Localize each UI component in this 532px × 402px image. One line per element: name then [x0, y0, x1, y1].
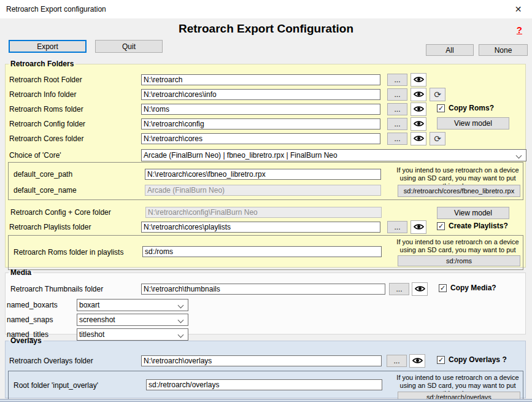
eye-icon	[414, 222, 424, 233]
checkmark-icon: ✓	[437, 104, 445, 112]
none-button[interactable]: None	[479, 44, 528, 56]
root-browse-button[interactable]: ...	[387, 74, 407, 86]
help-link[interactable]: ?	[517, 25, 522, 35]
section-title-media: Media	[9, 268, 33, 277]
view-model-button-2[interactable]: View model	[437, 207, 509, 219]
named-boxarts-value: boxart	[79, 301, 99, 309]
named-boxarts-dropdown[interactable]: boxart	[77, 299, 188, 311]
named-snaps-dropdown[interactable]: screenshot	[77, 314, 188, 326]
info-browse-button[interactable]: ...	[387, 88, 407, 101]
copy-overlays-checkbox[interactable]: ✓ Copy Overlays ?	[437, 355, 507, 364]
default-core-path-label: default_core_path	[13, 170, 72, 179]
playlists-view-button[interactable]	[411, 220, 426, 234]
info-folder-label: Retroarch Info folder	[9, 90, 76, 99]
config-view-button[interactable]	[411, 117, 426, 131]
chevron-down-icon	[178, 303, 184, 309]
eye-icon	[414, 74, 424, 85]
named-boxarts-label: named_boxarts	[7, 301, 58, 309]
section-title-folders: Retroarch Folders	[9, 60, 75, 68]
default-core-name-label: default_core_name	[13, 186, 77, 195]
all-button[interactable]: All	[426, 44, 474, 56]
eye-icon	[414, 118, 424, 129]
cores-folder-input[interactable]	[141, 133, 380, 144]
create-playlists-checkbox[interactable]: ✓ Create Playlists?	[437, 222, 508, 230]
view-model-button-1[interactable]: View model	[437, 117, 509, 129]
info-view-button[interactable]	[411, 88, 426, 101]
overlays-view-button[interactable]	[409, 354, 425, 368]
export-button[interactable]: Export	[9, 40, 87, 53]
roms-in-playlists-input[interactable]	[142, 246, 382, 257]
section-retroarch-folders: Retroarch Folders Retroarch Root Folder …	[5, 60, 526, 268]
core-choice-label: Choice of 'Core'	[9, 151, 61, 160]
copy-roms-checkbox[interactable]: ✓ Copy Roms?	[437, 104, 494, 112]
cores-browse-button[interactable]: ...	[387, 133, 407, 145]
roms-view-button[interactable]	[411, 102, 426, 116]
checkmark-icon: ✓	[437, 356, 445, 364]
cores-view-button[interactable]	[411, 132, 426, 145]
eye-icon	[412, 355, 423, 366]
sd-core-path-button[interactable]: sd:/retroarch/cores/fbneo_libretro.rpx	[398, 185, 520, 197]
eye-icon	[414, 104, 424, 115]
section-overlays: Overlays Retroarch Overlays folder ... ✓…	[5, 336, 526, 398]
input-overlay-box: Root folder 'input_overlay' If you inten…	[8, 371, 523, 402]
input-overlay-input[interactable]	[146, 379, 382, 390]
thumbnails-browse-button[interactable]: ...	[389, 283, 409, 295]
named-snaps-value: screenshot	[79, 315, 115, 324]
checkmark-icon: ✓	[439, 284, 447, 292]
info-folder-input[interactable]	[141, 89, 380, 100]
playlists-folder-label: Retroarch Playlists folder	[9, 223, 91, 231]
playlists-folder-input[interactable]	[141, 222, 380, 233]
playlists-browse-button[interactable]: ...	[387, 221, 407, 233]
copy-roms-label: Copy Roms?	[449, 104, 494, 112]
window-title: Retroarch Export configuration	[6, 5, 106, 14]
overlays-folder-label: Retroarch Overlays folder	[9, 357, 93, 365]
section-media: Media Retroarch Thumbnails folder ... ✓ …	[5, 268, 526, 334]
config-core-input	[145, 207, 382, 218]
info-refresh-button[interactable]: ⟳	[430, 88, 445, 101]
eye-icon	[414, 133, 424, 144]
roms-in-playlists-box: Retroarch Roms folder in playlists If yo…	[8, 235, 523, 270]
thumbnails-view-button[interactable]	[412, 282, 428, 296]
copy-overlays-label: Copy Overlays ?	[449, 355, 507, 364]
config-folder-input[interactable]	[141, 118, 380, 129]
copy-media-label: Copy Media?	[450, 284, 496, 292]
roms-in-playlists-label: Retroarch Roms folder in playlists	[13, 248, 123, 257]
title-bar: Retroarch Export configuration ✕	[0, 0, 532, 18]
page-title: Retroarch Export Configuration	[0, 22, 532, 36]
cores-folder-label: Retroarch Cores folder	[9, 134, 83, 143]
roms-folder-input[interactable]	[141, 104, 380, 115]
section-title-overlays: Overlays	[9, 336, 44, 345]
roms-browse-button[interactable]: ...	[387, 103, 407, 115]
window: Retroarch Export configuration ✕ Retroar…	[0, 0, 532, 402]
copy-media-checkbox[interactable]: ✓ Copy Media?	[439, 284, 496, 292]
chevron-down-icon	[516, 153, 522, 159]
default-core-name-input	[145, 185, 381, 196]
eye-icon	[415, 284, 425, 295]
cores-refresh-button[interactable]: ⟳	[430, 132, 445, 145]
eye-icon	[414, 89, 424, 100]
root-folder-input[interactable]	[141, 74, 380, 85]
thumbnails-folder-input[interactable]	[141, 284, 385, 295]
named-snaps-label: named_snaps	[7, 315, 53, 324]
checkmark-icon: ✓	[437, 222, 445, 230]
default-core-box: default_core_path default_core_name If y…	[8, 162, 523, 200]
input-overlay-label: Root folder 'input_overlay'	[13, 381, 98, 390]
chevron-down-icon	[178, 317, 184, 323]
close-icon[interactable]: ✕	[504, 0, 532, 18]
default-core-path-input[interactable]	[145, 169, 381, 180]
overlays-folder-input[interactable]	[141, 355, 382, 366]
overlays-browse-button[interactable]: ...	[387, 355, 407, 367]
sd-roms-button[interactable]: sd:/roms	[398, 255, 520, 266]
core-choice-dropdown[interactable]: Arcade (FinalBurn Neo) | fbneo_libretro.…	[141, 149, 526, 161]
window-bottom-edge	[0, 399, 532, 401]
core-choice-value: Arcade (FinalBurn Neo) | fbneo_libretro.…	[144, 151, 337, 160]
root-folder-label: Retroarch Root Folder	[9, 75, 82, 84]
create-playlists-label: Create Playlists?	[449, 222, 508, 230]
quit-button[interactable]: Quit	[95, 40, 163, 53]
root-view-button[interactable]	[411, 73, 426, 87]
config-core-label: Retroarch Config + Core folder	[10, 208, 111, 217]
refresh-icon: ⟳	[434, 90, 441, 99]
roms-folder-label: Retroarch Roms folder	[9, 105, 83, 114]
config-browse-button[interactable]: ...	[387, 118, 407, 130]
thumbnails-folder-label: Retroarch Thumbnails folder	[10, 285, 103, 293]
